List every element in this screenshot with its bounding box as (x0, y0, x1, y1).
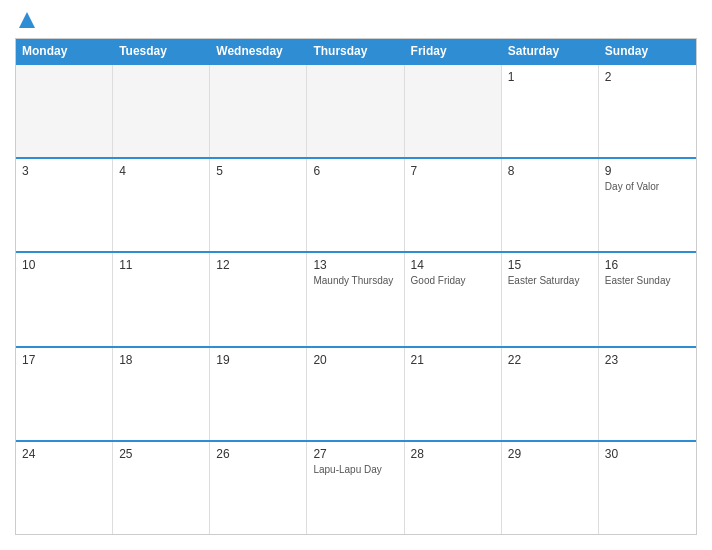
day-number: 9 (605, 164, 690, 178)
weekday-header: Tuesday (113, 39, 210, 63)
weekday-header: Sunday (599, 39, 696, 63)
logo (15, 10, 37, 30)
day-number: 19 (216, 353, 300, 367)
calendar-cell: 12 (210, 253, 307, 345)
day-number: 12 (216, 258, 300, 272)
calendar-cell: 19 (210, 348, 307, 440)
calendar: MondayTuesdayWednesdayThursdayFridaySatu… (15, 38, 697, 535)
calendar-week: 17181920212223 (16, 346, 696, 440)
day-number: 5 (216, 164, 300, 178)
svg-marker-0 (19, 12, 35, 28)
day-number: 14 (411, 258, 495, 272)
page: MondayTuesdayWednesdayThursdayFridaySatu… (0, 0, 712, 550)
calendar-cell: 10 (16, 253, 113, 345)
day-number: 23 (605, 353, 690, 367)
calendar-week: 12 (16, 63, 696, 157)
calendar-cell: 4 (113, 159, 210, 251)
calendar-cell: 14Good Friday (405, 253, 502, 345)
calendar-cell: 5 (210, 159, 307, 251)
day-number: 17 (22, 353, 106, 367)
day-number: 15 (508, 258, 592, 272)
calendar-header: MondayTuesdayWednesdayThursdayFridaySatu… (16, 39, 696, 63)
calendar-cell: 15Easter Saturday (502, 253, 599, 345)
weekday-header: Wednesday (210, 39, 307, 63)
calendar-cell (113, 65, 210, 157)
day-event: Easter Sunday (605, 274, 690, 287)
calendar-cell: 20 (307, 348, 404, 440)
day-number: 1 (508, 70, 592, 84)
calendar-cell: 24 (16, 442, 113, 534)
day-number: 25 (119, 447, 203, 461)
day-number: 8 (508, 164, 592, 178)
day-number: 10 (22, 258, 106, 272)
calendar-cell: 6 (307, 159, 404, 251)
calendar-cell: 17 (16, 348, 113, 440)
day-number: 11 (119, 258, 203, 272)
day-number: 27 (313, 447, 397, 461)
calendar-cell: 28 (405, 442, 502, 534)
day-event: Easter Saturday (508, 274, 592, 287)
calendar-cell: 23 (599, 348, 696, 440)
calendar-cell: 22 (502, 348, 599, 440)
weekday-header: Saturday (502, 39, 599, 63)
calendar-cell: 1 (502, 65, 599, 157)
day-number: 26 (216, 447, 300, 461)
day-number: 7 (411, 164, 495, 178)
day-number: 20 (313, 353, 397, 367)
calendar-week: 24252627Lapu-Lapu Day282930 (16, 440, 696, 534)
day-number: 24 (22, 447, 106, 461)
day-number: 22 (508, 353, 592, 367)
day-number: 30 (605, 447, 690, 461)
calendar-cell: 16Easter Sunday (599, 253, 696, 345)
calendar-cell: 2 (599, 65, 696, 157)
header (15, 10, 697, 30)
calendar-cell: 18 (113, 348, 210, 440)
calendar-cell: 26 (210, 442, 307, 534)
calendar-cell: 7 (405, 159, 502, 251)
logo-icon (17, 10, 37, 30)
day-number: 29 (508, 447, 592, 461)
weekday-header: Friday (405, 39, 502, 63)
day-number: 21 (411, 353, 495, 367)
calendar-cell (210, 65, 307, 157)
calendar-week: 3456789Day of Valor (16, 157, 696, 251)
day-number: 16 (605, 258, 690, 272)
calendar-cell: 27Lapu-Lapu Day (307, 442, 404, 534)
calendar-cell (405, 65, 502, 157)
calendar-cell: 21 (405, 348, 502, 440)
day-number: 13 (313, 258, 397, 272)
weekday-header: Thursday (307, 39, 404, 63)
calendar-cell: 8 (502, 159, 599, 251)
day-event: Good Friday (411, 274, 495, 287)
day-number: 3 (22, 164, 106, 178)
calendar-cell: 9Day of Valor (599, 159, 696, 251)
calendar-cell: 25 (113, 442, 210, 534)
calendar-cell: 29 (502, 442, 599, 534)
day-number: 4 (119, 164, 203, 178)
calendar-cell: 11 (113, 253, 210, 345)
day-event: Maundy Thursday (313, 274, 397, 287)
day-number: 6 (313, 164, 397, 178)
calendar-body: 123456789Day of Valor10111213Maundy Thur… (16, 63, 696, 534)
weekday-header: Monday (16, 39, 113, 63)
calendar-cell (16, 65, 113, 157)
calendar-cell: 13Maundy Thursday (307, 253, 404, 345)
day-number: 18 (119, 353, 203, 367)
day-number: 28 (411, 447, 495, 461)
calendar-cell (307, 65, 404, 157)
day-event: Day of Valor (605, 180, 690, 193)
calendar-week: 10111213Maundy Thursday14Good Friday15Ea… (16, 251, 696, 345)
calendar-cell: 30 (599, 442, 696, 534)
calendar-cell: 3 (16, 159, 113, 251)
day-number: 2 (605, 70, 690, 84)
day-event: Lapu-Lapu Day (313, 463, 397, 476)
